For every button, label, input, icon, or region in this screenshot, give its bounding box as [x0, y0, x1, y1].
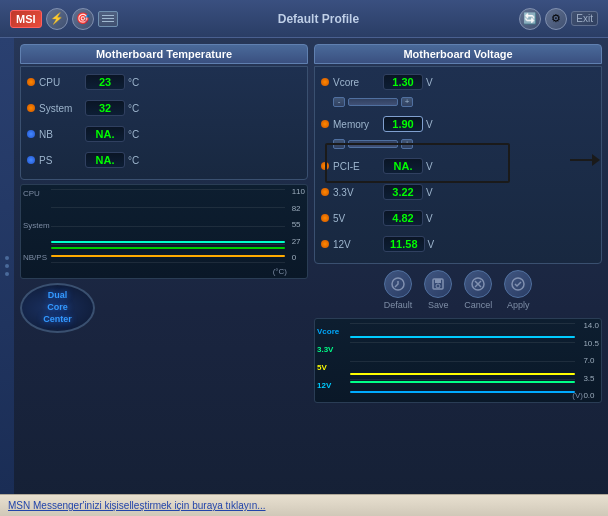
3v3-unit: V [426, 187, 433, 198]
icon-btn-4[interactable]: ⚙ [545, 8, 567, 30]
nb-indicator [27, 130, 35, 138]
memory-slider[interactable] [348, 140, 398, 148]
vcore-plus-btn[interactable]: + [401, 97, 413, 107]
nb-unit: °C [128, 129, 139, 140]
cpu-temp-row: CPU 23 °C [27, 71, 301, 93]
sidebar-dot [5, 256, 9, 260]
vcore-row: Vcore 1.30 V [321, 71, 595, 93]
temp-panel: Motherboard Temperature CPU 23 °C System… [20, 44, 308, 488]
menu-btn[interactable] [98, 11, 118, 27]
graph-label-system: System [23, 221, 50, 230]
vcore-minus-btn[interactable]: - [333, 97, 345, 107]
cancel-label: Cancel [464, 300, 492, 310]
vchart-5v-label: 5V [317, 363, 339, 372]
memory-plus-btn[interactable]: + [401, 139, 413, 149]
ps-unit: °C [128, 155, 139, 166]
memory-minus-btn[interactable]: - [333, 139, 345, 149]
vchart-3v3-label: 3.3V [317, 345, 339, 354]
system-graph-line [51, 241, 285, 243]
3v3-indicator [321, 188, 329, 196]
default-button[interactable] [384, 270, 412, 298]
system-unit: °C [128, 103, 139, 114]
cpu-label: CPU [39, 77, 85, 88]
voltage-section-title: Motherboard Voltage [314, 44, 602, 64]
sidebar-dot [5, 272, 9, 276]
icon-btn-1[interactable]: ⚡ [46, 8, 68, 30]
exit-button[interactable]: Exit [571, 11, 598, 26]
vcore-slider[interactable] [348, 98, 398, 106]
graph-label-nb: NB/PS [23, 253, 50, 262]
5v-value: 4.82 [383, 210, 423, 226]
5v-vchart-line [350, 373, 575, 375]
vchart-grid [350, 342, 575, 343]
cpu-indicator [27, 78, 35, 86]
nb-graph-line [51, 255, 285, 257]
msi-logo: MSI [10, 10, 42, 28]
vcore-unit: V [426, 77, 433, 88]
temp-sensor-panel: CPU 23 °C System 32 °C NB NA. °C [20, 66, 308, 180]
cpu-graph-line [51, 247, 285, 249]
vchart-values: 14.0 10.5 7.0 3.5 0.0 [583, 321, 599, 400]
apply-label: Apply [507, 300, 530, 310]
icon-btn-3[interactable]: 🔄 [519, 8, 541, 30]
3v3-value: 3.22 [383, 184, 423, 200]
graph-val-55: 55 [292, 220, 305, 229]
ps-label: PS [39, 155, 85, 166]
grid-line [51, 189, 285, 190]
5v-row: 5V 4.82 V [321, 207, 595, 229]
12v-indicator [321, 240, 329, 248]
vcore-group: Vcore 1.30 V - + [321, 71, 595, 107]
vcore-adj: - + [333, 97, 595, 107]
cancel-button[interactable] [464, 270, 492, 298]
apply-button[interactable] [504, 270, 532, 298]
nb-temp-row: NB NA. °C [27, 123, 301, 145]
vchart-val-10: 10.5 [583, 339, 599, 348]
action-row: Default Save Cancel [314, 266, 602, 314]
vcore-indicator [321, 78, 329, 86]
status-text[interactable]: MSN Messenger'inizi kişiselleştirmek içi… [8, 500, 266, 511]
vchart-grid [350, 361, 575, 362]
temp-graph: CPU System NB/PS 110 82 55 27 0 (°C) [20, 184, 308, 279]
svg-rect-2 [435, 279, 441, 283]
system-temp-row: System 32 °C [27, 97, 301, 119]
vchart-plot-area [350, 323, 575, 398]
graph-x-unit: (°C) [273, 267, 287, 276]
save-button[interactable] [424, 270, 452, 298]
system-value: 32 [85, 100, 125, 116]
grid-line [51, 226, 285, 227]
vchart-val-7: 7.0 [583, 356, 599, 365]
pcie-row: PCI-E NA. V [321, 155, 595, 177]
vchart-val-0: 0.0 [583, 391, 599, 400]
save-btn-wrap[interactable]: Save [424, 270, 452, 310]
pcie-unit: V [426, 161, 433, 172]
memory-group: Memory 1.90 V - + [321, 113, 595, 149]
graph-plot-area [51, 189, 285, 262]
pcie-label: PCI-E [333, 161, 383, 172]
grid-line [51, 262, 285, 263]
default-btn-wrap[interactable]: Default [384, 270, 413, 310]
status-bar: MSN Messenger'inizi kişiselleştirmek içi… [0, 494, 608, 516]
apply-btn-wrap[interactable]: Apply [504, 270, 532, 310]
nb-label: NB [39, 129, 85, 140]
graph-val-0: 0 [292, 253, 305, 262]
system-indicator [27, 104, 35, 112]
bottom-left: Dual Core Center [20, 283, 308, 333]
svg-point-3 [436, 284, 440, 288]
ps-indicator [27, 156, 35, 164]
voltage-panel: Motherboard Voltage Vcore 1.30 V - + [314, 44, 602, 488]
memory-row: Memory 1.90 V [321, 113, 595, 135]
12v-row: 12V 11.58 V [321, 233, 595, 255]
vchart-val-14: 14.0 [583, 321, 599, 330]
memory-value: 1.90 [383, 116, 423, 132]
sidebar-dot [5, 264, 9, 268]
5v-indicator [321, 214, 329, 222]
vchart-vcore-label: Vcore [317, 327, 339, 336]
graph-y-values: 110 82 55 27 0 [292, 187, 305, 262]
icon-btn-2[interactable]: 🎯 [72, 8, 94, 30]
main-content: Motherboard Temperature CPU 23 °C System… [0, 38, 608, 492]
vcore-value: 1.30 [383, 74, 423, 90]
vcore-vchart-line [350, 391, 575, 393]
header-right: 🔄 ⚙ Exit [519, 8, 598, 30]
cancel-btn-wrap[interactable]: Cancel [464, 270, 492, 310]
temp-section-title: Motherboard Temperature [20, 44, 308, 64]
